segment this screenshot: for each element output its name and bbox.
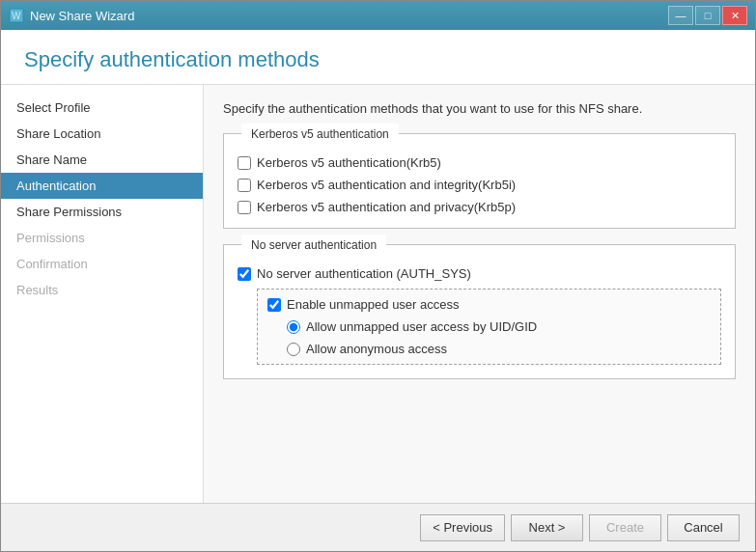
sidebar-item-select-profile[interactable]: Select Profile <box>1 95 203 121</box>
kerberos-group-header: Kerberos v5 authentication <box>224 124 735 146</box>
close-button[interactable]: ✕ <box>722 6 747 25</box>
allow-uid-gid-radio[interactable] <box>287 320 300 334</box>
maximize-button[interactable]: □ <box>695 6 720 25</box>
kerberos-krb5-row: Kerberos v5 authentication(Krb5) <box>238 152 721 174</box>
no-server-group-title: No server authentication <box>241 235 386 256</box>
sidebar-item-share-name[interactable]: Share Name <box>1 147 203 173</box>
auth-sys-row: No server authentication (AUTH_SYS) <box>238 262 721 285</box>
kerberos-krb5i-label: Kerberos v5 authentication and integrity… <box>257 178 516 192</box>
footer: < Previous Next > Create Cancel <box>1 503 755 551</box>
auth-sys-label: No server authentication (AUTH_SYS) <box>257 266 471 281</box>
sidebar-item-share-location[interactable]: Share Location <box>1 121 203 147</box>
kerberos-krb5i-checkbox[interactable] <box>238 179 251 192</box>
kerberos-krb5-label: Kerberos v5 authentication(Krb5) <box>257 155 441 170</box>
sidebar: Select Profile Share Location Share Name… <box>1 85 204 503</box>
minimize-button[interactable]: — <box>668 6 693 25</box>
sidebar-item-results: Results <box>1 277 203 303</box>
enable-unmapped-checkbox[interactable] <box>267 298 281 312</box>
wizard-icon: W <box>9 8 24 23</box>
allow-uid-gid-label: Allow unmapped user access by UID/GID <box>306 319 537 334</box>
kerberos-krb5i-row: Kerberos v5 authentication and integrity… <box>238 174 721 196</box>
allow-uid-gid-row: Allow unmapped user access by UID/GID <box>267 316 711 338</box>
allow-anonymous-radio[interactable] <box>287 343 300 356</box>
wizard-window: W New Share Wizard — □ ✕ Specify authent… <box>0 0 756 552</box>
next-button[interactable]: Next > <box>511 514 583 541</box>
no-server-group-content: No server authentication (AUTH_SYS) Enab… <box>224 257 735 378</box>
sidebar-item-permissions: Permissions <box>1 225 203 251</box>
no-server-group-header: No server authentication <box>224 235 735 257</box>
kerberos-group-box: Kerberos v5 authentication Kerberos v5 a… <box>223 133 736 229</box>
title-bar: W New Share Wizard — □ ✕ <box>1 1 755 30</box>
sidebar-item-authentication[interactable]: Authentication <box>1 173 203 199</box>
main-body: Select Profile Share Location Share Name… <box>1 85 755 503</box>
page-heading: Specify authentication methods <box>24 47 732 72</box>
kerberos-krb5p-row: Kerberos v5 authentication and privacy(K… <box>238 196 721 218</box>
auth-sys-checkbox[interactable] <box>238 267 251 281</box>
kerberos-group-title: Kerberos v5 authentication <box>241 124 399 145</box>
allow-anonymous-label: Allow anonymous access <box>306 342 447 356</box>
content-area: Specify authentication methods Select Pr… <box>1 30 755 503</box>
description-text: Specify the authentication methods that … <box>223 100 736 118</box>
allow-anonymous-row: Allow anonymous access <box>267 338 711 360</box>
svg-text:W: W <box>12 11 21 21</box>
cancel-button[interactable]: Cancel <box>667 514 740 541</box>
title-bar-left: W New Share Wizard <box>9 8 134 23</box>
unmapped-access-box: Enable unmapped user access Allow unmapp… <box>257 289 721 365</box>
previous-button[interactable]: < Previous <box>420 514 505 541</box>
title-bar-buttons: — □ ✕ <box>668 6 747 25</box>
kerberos-group-content: Kerberos v5 authentication(Krb5) Kerbero… <box>224 146 735 228</box>
enable-unmapped-label: Enable unmapped user access <box>287 297 460 312</box>
sidebar-item-confirmation: Confirmation <box>1 251 203 277</box>
kerberos-krb5-checkbox[interactable] <box>238 156 251 170</box>
right-panel: Specify the authentication methods that … <box>204 85 755 503</box>
no-server-group-box: No server authentication No server authe… <box>223 244 736 379</box>
page-header: Specify authentication methods <box>1 30 755 85</box>
enable-unmapped-row: Enable unmapped user access <box>267 293 711 316</box>
kerberos-krb5p-checkbox[interactable] <box>238 201 251 214</box>
sidebar-item-share-permissions[interactable]: Share Permissions <box>1 199 203 225</box>
kerberos-krb5p-label: Kerberos v5 authentication and privacy(K… <box>257 200 516 214</box>
create-button[interactable]: Create <box>589 514 661 541</box>
window-title: New Share Wizard <box>30 9 134 23</box>
